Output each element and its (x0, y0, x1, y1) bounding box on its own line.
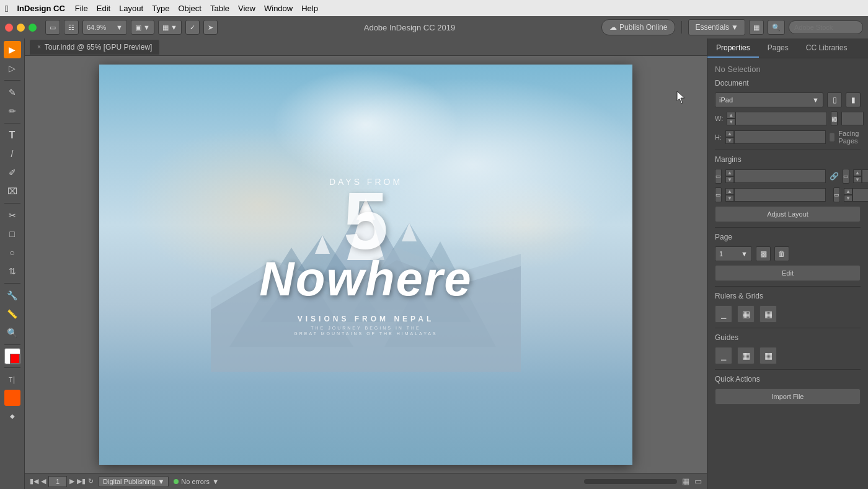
margin-bottom-input[interactable]: 0.5 in (734, 188, 826, 202)
minimize-window-button[interactable] (17, 24, 25, 32)
zoom-tool[interactable]: 🔍 (4, 324, 21, 341)
menu-window[interactable]: Window (264, 4, 293, 13)
prev-page-btn[interactable]: ◀ (41, 477, 46, 485)
arrow-btn[interactable]: ➤ (203, 20, 218, 35)
canvas-wrap[interactable]: DAYS FROM 5 Nowhere VISIONS FROM NEPAL T… (25, 56, 707, 473)
preset-dropdown[interactable]: iPad ▼ (715, 92, 823, 107)
zoom-control[interactable]: 64.9% ▼ (82, 20, 127, 35)
select-tool[interactable]: ▶ (4, 41, 21, 58)
margin-top-spinner[interactable]: ▲ ▼ (725, 169, 734, 183)
horizontal-scrollbar[interactable] (584, 479, 677, 484)
tab-pages[interactable]: Pages (759, 38, 797, 58)
fill-color[interactable] (4, 348, 20, 364)
first-page-btn[interactable]: ▮◀ (30, 477, 38, 485)
adjust-layout-button[interactable]: Adjust Layout (715, 206, 861, 222)
facing-pages-checkbox[interactable] (830, 133, 835, 141)
margin-right-down[interactable]: ▼ (853, 176, 862, 183)
page-icon-btn-2[interactable]: 🗑 (774, 246, 789, 261)
tab-close-button[interactable]: × (37, 43, 41, 50)
margin-left-input[interactable]: 0.5 in (852, 188, 868, 202)
height-spinner[interactable]: ▲ ▼ (725, 130, 734, 144)
margin-bottom-spinner[interactable]: ▲ ▼ (725, 188, 734, 202)
ruler-icon-btn-2[interactable]: ▦ (737, 305, 755, 323)
margin-right-spinner[interactable]: ▲ ▼ (853, 169, 862, 183)
menu-layout[interactable]: Layout (119, 4, 143, 13)
brush-tool[interactable]: ✐ (4, 164, 21, 181)
tab-cc-libraries[interactable]: CC Libraries (797, 38, 856, 58)
eraser-tool[interactable]: ⌧ (4, 182, 21, 200)
fit-page-btn[interactable]: ▦ (682, 477, 689, 486)
workspace-selector[interactable]: Essentials ▼ (688, 19, 745, 35)
mode-toggle-btn[interactable]: ▭ (45, 20, 60, 35)
last-page-btn[interactable]: ▶▮ (77, 477, 86, 485)
pages-icon-btn[interactable]: ▩ (831, 111, 838, 126)
guides-icon-btn-2[interactable]: ▦ (737, 347, 755, 364)
menu-edit[interactable]: Edit (97, 4, 110, 13)
rectangle-frame-tool[interactable]: □ (4, 225, 21, 243)
search-btn[interactable]: 🔍 (768, 20, 785, 35)
gradient-swatch[interactable] (4, 390, 20, 406)
menu-table[interactable]: Table (210, 4, 229, 13)
current-page-input[interactable] (48, 476, 67, 487)
margin-top-input[interactable]: 0.5 in (734, 169, 826, 183)
margin-left-down[interactable]: ▼ (844, 195, 852, 202)
extra-tools[interactable]: ◆ (4, 407, 21, 424)
width-up[interactable]: ▲ (727, 112, 735, 119)
extra-btn[interactable]: ✓ (185, 20, 200, 35)
line-tool[interactable]: / (4, 145, 21, 163)
next-page-btn[interactable]: ▶ (69, 477, 74, 485)
close-window-button[interactable] (5, 24, 13, 32)
menu-view[interactable]: View (238, 4, 255, 13)
ellipse-frame-tool[interactable]: ○ (4, 244, 21, 261)
maximize-window-button[interactable] (29, 24, 37, 32)
type-tool[interactable]: T (4, 127, 21, 144)
transform-tool[interactable]: ⇅ (4, 262, 21, 280)
ruler-icon-btn-3[interactable]: ▦ (760, 305, 777, 323)
refresh-btn[interactable]: ↻ (88, 477, 94, 485)
width-input[interactable]: 14.2222 i (735, 112, 827, 125)
pen-tool[interactable]: ✎ (4, 84, 21, 101)
width-down[interactable]: ▼ (727, 119, 735, 125)
links-btn[interactable]: ☷ (64, 20, 79, 35)
landscape-btn[interactable]: ▮ (846, 92, 861, 107)
view-options-btn[interactable]: ▣ ▼ (131, 20, 154, 35)
margin-right-up[interactable]: ▲ (853, 169, 862, 176)
portrait-btn[interactable]: ▯ (827, 92, 842, 107)
margin-bottom-up[interactable]: ▲ (725, 188, 734, 195)
expand-btn[interactable]: ▭ (694, 477, 702, 486)
margin-left-spinner[interactable]: ▲ ▼ (844, 188, 852, 202)
pencil-tool[interactable]: ✏ (4, 102, 21, 120)
margin-top-up[interactable]: ▲ (725, 169, 734, 176)
guides-icon-btn-1[interactable]: ⎯ (715, 347, 732, 364)
height-input[interactable]: 10.6667 i (734, 130, 826, 144)
direct-select-tool[interactable]: ▷ (4, 60, 21, 77)
publishing-mode-selector[interactable]: Digital Publishing ▼ (99, 476, 169, 487)
apple-logo[interactable]:  (5, 3, 8, 14)
menu-file[interactable]: File (75, 4, 88, 13)
page-icon-btn-1[interactable]: ▩ (756, 246, 771, 261)
guides-icon-btn-3[interactable]: ▦ (760, 347, 777, 364)
margin-right-input[interactable]: 0.5 in (862, 169, 868, 183)
height-up[interactable]: ▲ (725, 130, 734, 137)
page-number-dropdown[interactable]: 1 ▼ (715, 246, 752, 261)
menu-help[interactable]: Help (301, 4, 318, 13)
height-down[interactable]: ▼ (725, 137, 734, 144)
width-spinner[interactable]: ▲ ▼ (727, 112, 735, 125)
edit-button[interactable]: Edit (715, 265, 861, 281)
menu-type[interactable]: Type (152, 4, 169, 13)
tab-properties[interactable]: Properties (707, 38, 759, 58)
ruler-icon-btn-1[interactable]: ⎯ (715, 305, 732, 323)
doc-tab[interactable]: × Tour.indd @ 65% [GPU Preview] (30, 40, 159, 55)
adobe-stock-search[interactable] (789, 20, 863, 34)
margin-left-up[interactable]: ▲ (844, 188, 852, 195)
eyedropper-tool[interactable]: 🔧 (4, 287, 21, 304)
margin-bottom-down[interactable]: ▼ (725, 195, 734, 202)
scissor-tool[interactable]: ✂ (4, 207, 21, 224)
measure-tool[interactable]: 📏 (4, 305, 21, 323)
menu-object[interactable]: Object (178, 4, 202, 13)
import-file-button[interactable]: Import File (715, 388, 861, 405)
layout-btn[interactable]: ▦ ▼ (158, 20, 182, 35)
pages-count-input[interactable]: 5 (841, 112, 864, 125)
publish-online-button[interactable]: ☁ Publish Online (601, 19, 675, 35)
arrange-btn[interactable]: ▦ (749, 20, 764, 35)
